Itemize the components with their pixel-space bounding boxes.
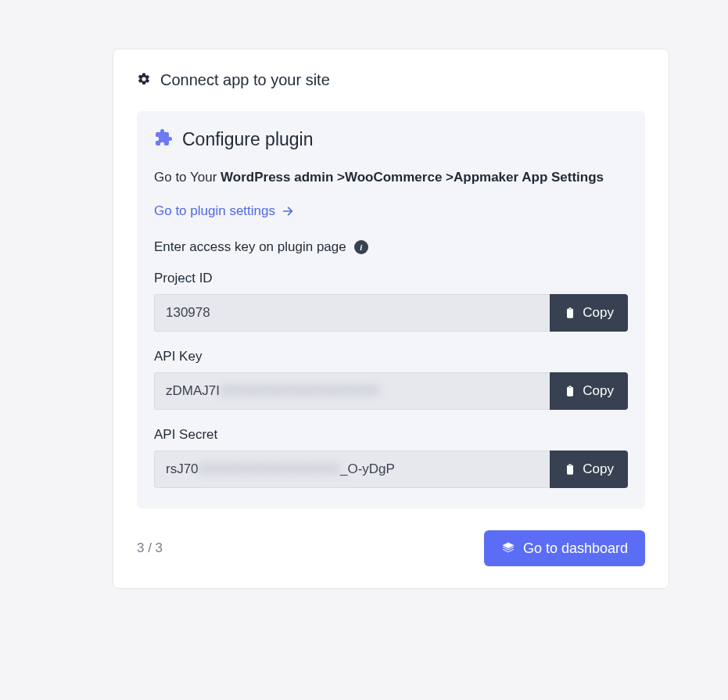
copy-project-id-button[interactable]: Copy <box>550 294 628 332</box>
info-icon[interactable]: i <box>354 240 368 254</box>
api-key-group: API Key zDMAJ7IXXXXXXXXXXXXXXXXXX Copy <box>154 349 628 410</box>
api-secret-suffix: _O-yDgP <box>340 461 395 477</box>
puzzle-icon <box>154 128 173 150</box>
card-title: Connect app to your site <box>160 71 330 89</box>
api-key-row: zDMAJ7IXXXXXXXXXXXXXXXXXX Copy <box>154 372 628 410</box>
go-to-dashboard-button[interactable]: Go to dashboard <box>484 530 645 566</box>
api-secret-prefix: rsJ70 <box>166 461 199 477</box>
project-id-value: 130978 <box>166 305 210 321</box>
instruction-text: Go to Your WordPress admin >WooCommerce … <box>154 167 628 188</box>
api-secret-input[interactable]: rsJ70XXXXXXXXXXXXXXXX_O-yDgP <box>154 451 550 488</box>
layers-icon <box>501 541 515 555</box>
api-key-prefix: zDMAJ7I <box>166 383 220 399</box>
project-id-input[interactable]: 130978 <box>154 294 550 332</box>
clipboard-icon <box>564 462 576 476</box>
connect-app-card: Connect app to your site Configure plugi… <box>113 48 669 589</box>
project-id-group: Project ID 130978 Copy <box>154 271 628 332</box>
copy-api-key-button[interactable]: Copy <box>550 372 628 410</box>
card-header: Connect app to your site <box>113 71 669 111</box>
access-key-label-row: Enter access key on plugin page i <box>154 239 628 255</box>
panel-header: Configure plugin <box>154 128 628 150</box>
access-key-label: Enter access key on plugin page <box>154 239 346 255</box>
api-key-label: API Key <box>154 349 628 364</box>
copy-label: Copy <box>583 383 614 399</box>
plugin-settings-link[interactable]: Go to plugin settings <box>154 203 294 219</box>
api-key-input[interactable]: zDMAJ7IXXXXXXXXXXXXXXXXXX <box>154 372 550 410</box>
configure-plugin-panel: Configure plugin Go to Your WordPress ad… <box>137 111 645 508</box>
copy-label: Copy <box>583 461 614 477</box>
api-secret-blur: XXXXXXXXXXXXXXXX <box>199 461 340 477</box>
project-id-label: Project ID <box>154 271 628 286</box>
arrow-right-icon <box>282 205 294 217</box>
card-footer: 3 / 3 Go to dashboard <box>113 508 669 566</box>
instruction-bold: WordPress admin >WooCommerce >Appmaker A… <box>221 170 604 185</box>
project-id-row: 130978 Copy <box>154 294 628 332</box>
api-secret-row: rsJ70XXXXXXXXXXXXXXXX_O-yDgP Copy <box>154 451 628 488</box>
copy-api-secret-button[interactable]: Copy <box>550 451 628 488</box>
plugin-link-label: Go to plugin settings <box>154 203 275 219</box>
gear-icon <box>137 72 151 89</box>
api-secret-group: API Secret rsJ70XXXXXXXXXXXXXXXX_O-yDgP … <box>154 427 628 488</box>
clipboard-icon <box>564 384 576 398</box>
instruction-prefix: Go to Your <box>154 170 221 185</box>
panel-title: Configure plugin <box>182 129 314 150</box>
api-key-blur: XXXXXXXXXXXXXXXXXX <box>220 383 379 399</box>
copy-label: Copy <box>583 305 614 321</box>
dashboard-label: Go to dashboard <box>523 540 628 557</box>
api-secret-label: API Secret <box>154 427 628 443</box>
step-indicator: 3 / 3 <box>137 540 163 556</box>
clipboard-icon <box>564 306 576 320</box>
